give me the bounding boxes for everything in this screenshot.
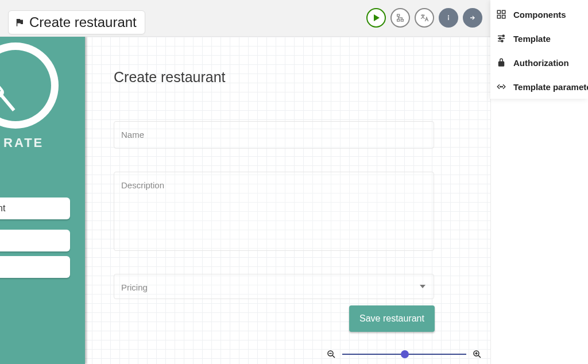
fork-icon	[0, 67, 34, 121]
grid-icon	[496, 9, 506, 20]
zoom-slider-thumb[interactable]	[401, 350, 409, 358]
arrow-right-icon	[468, 13, 477, 22]
side-item-label: Authorization	[513, 58, 569, 68]
description-field[interactable]: Description	[114, 172, 434, 251]
side-item-label: Components	[513, 10, 566, 20]
app-logo-text: RATE	[3, 135, 44, 150]
pricing-select[interactable]: Pricing	[114, 274, 434, 299]
run-button[interactable]	[366, 8, 386, 28]
description-placeholder: Description	[121, 180, 164, 190]
name-field[interactable]: Name	[114, 121, 434, 149]
svg-point-9	[502, 35, 504, 37]
form-area: Create restaurant Name Description Prici…	[114, 69, 434, 313]
side-item-label: Template	[513, 34, 551, 44]
forward-button[interactable]	[463, 8, 482, 28]
svg-point-3	[448, 16, 449, 17]
svg-point-12	[500, 86, 501, 87]
svg-rect-1	[397, 20, 400, 21]
svg-rect-6	[502, 10, 505, 13]
flag-icon	[14, 17, 25, 28]
sidebar-button-label: nt	[0, 203, 5, 214]
zoom-slider[interactable]	[342, 354, 466, 355]
code-icon	[496, 82, 506, 92]
lock-icon	[496, 57, 506, 68]
side-item-authorization[interactable]: Authorization	[490, 51, 588, 75]
svg-rect-4	[448, 17, 448, 20]
sidebar-button-3[interactable]	[0, 256, 70, 278]
sidebar-button-2[interactable]	[0, 230, 70, 251]
zoom-bar	[326, 349, 482, 359]
sliders-icon	[496, 33, 506, 44]
hierarchy-icon	[396, 13, 405, 22]
svg-rect-2	[401, 20, 403, 21]
side-item-template[interactable]: Template	[490, 26, 588, 51]
svg-rect-8	[502, 16, 505, 18]
design-canvas[interactable]: RATE nt Create restaurant Name Descripti…	[0, 37, 490, 364]
svg-rect-5	[497, 10, 500, 13]
side-item-label: Template parameters	[513, 82, 588, 92]
translate-icon	[420, 13, 429, 22]
top-actions	[366, 8, 482, 28]
page-chip-label: Create restaurant	[29, 14, 137, 30]
chevron-down-icon	[420, 285, 425, 288]
svg-point-11	[501, 40, 503, 42]
sidebar-button-1[interactable]: nt	[0, 198, 70, 219]
info-button[interactable]	[439, 8, 458, 28]
zoom-out-button[interactable]	[326, 349, 336, 359]
svg-rect-0	[397, 14, 400, 16]
svg-point-10	[499, 38, 501, 40]
svg-point-13	[502, 86, 503, 87]
translate-button[interactable]	[415, 8, 434, 28]
app-sidebar: RATE nt	[0, 37, 85, 364]
page-chip[interactable]: Create restaurant	[8, 10, 145, 34]
side-item-template-parameters[interactable]: Template parameters	[490, 75, 588, 99]
save-button-label: Save restaurant	[359, 313, 424, 323]
side-item-components[interactable]: Components	[490, 2, 588, 26]
pricing-label: Pricing	[121, 282, 148, 292]
side-menu: Components Template Authorization Templa…	[490, 0, 588, 99]
form-title: Create restaurant	[114, 69, 434, 86]
info-icon	[444, 13, 453, 22]
tree-button[interactable]	[390, 8, 410, 28]
play-icon	[374, 14, 380, 21]
svg-rect-7	[497, 16, 500, 18]
name-placeholder: Name	[121, 130, 144, 140]
app-logo	[0, 42, 59, 129]
save-button[interactable]: Save restaurant	[349, 305, 435, 332]
zoom-in-button[interactable]	[472, 349, 482, 359]
